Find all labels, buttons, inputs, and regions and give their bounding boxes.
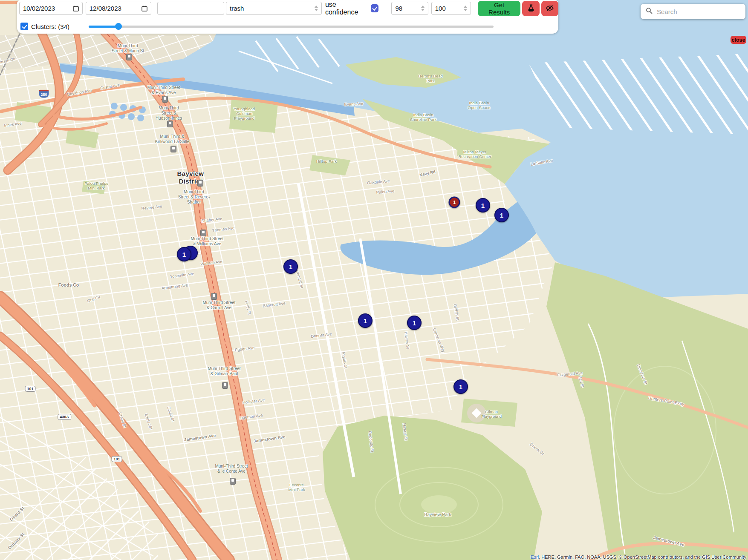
date-to-value: 12/08/2023	[90, 5, 121, 12]
use-confidence-checkbox[interactable]	[371, 4, 379, 12]
date-from-value: 10/02/2023	[23, 5, 55, 12]
search-box[interactable]: Search	[641, 4, 745, 19]
confidence-min-input[interactable]: 98	[391, 2, 428, 15]
category-select[interactable]: trash	[226, 2, 322, 15]
cluster-marker[interactable]: 1	[283, 259, 298, 274]
get-results-button[interactable]: Get Results	[478, 1, 520, 16]
clusters-checkbox[interactable]	[20, 23, 28, 30]
cluster-marker[interactable]: 1	[358, 313, 373, 328]
search-icon	[646, 7, 653, 16]
date-from-input[interactable]: 10/02/2023	[19, 2, 83, 15]
toolbar-row-clusters: Clusters: (34)	[20, 21, 553, 32]
attribution-esri-link[interactable]: Esri	[531, 554, 539, 560]
slider-thumb[interactable]	[115, 23, 122, 30]
calendar-icon[interactable]	[142, 6, 147, 11]
eye-slash-icon	[546, 4, 554, 14]
calendar-icon[interactable]	[73, 6, 79, 11]
spinner-icon[interactable]	[464, 6, 467, 11]
confidence-min-value: 98	[395, 5, 402, 12]
confidence-max-input[interactable]: 100	[431, 2, 471, 15]
cluster-marker[interactable]: 1	[177, 247, 191, 261]
cluster-marker[interactable]: 1	[494, 208, 509, 222]
confidence-max-value: 100	[435, 5, 446, 12]
hide-results-button[interactable]	[541, 1, 558, 16]
cluster-marker[interactable]: 1	[449, 197, 460, 208]
clusters-slider[interactable]	[89, 23, 494, 30]
clusters-label: Clusters: (34)	[31, 23, 69, 30]
flask-icon	[527, 4, 535, 14]
toolbar-panel: 10/02/2023 12/08/2023 trash use confiden…	[17, 0, 558, 34]
slider-fill	[89, 26, 118, 28]
basemap-tiles	[0, 0, 748, 560]
use-confidence-control: use confidence	[325, 2, 379, 15]
cluster-marker[interactable]: 1	[453, 379, 468, 394]
cluster-marker[interactable]: 1	[476, 198, 490, 213]
flask-button[interactable]	[522, 1, 539, 16]
close-button[interactable]: close	[731, 36, 746, 44]
cluster-marker[interactable]: 1	[407, 316, 422, 330]
date-to-input[interactable]: 12/08/2023	[86, 2, 152, 15]
slider-track[interactable]	[89, 26, 494, 28]
chevron-updown-icon	[315, 6, 318, 11]
map-attribution: Esri, HERE, Garmin, FAO, NOAA, USGS, © O…	[531, 554, 746, 560]
attribution-text: , HERE, Garmin, FAO, NOAA, USGS, © OpenS…	[539, 554, 746, 560]
spinner-icon[interactable]	[421, 6, 425, 11]
text-filter-input[interactable]	[157, 2, 224, 15]
toolbar-row-filters: 10/02/2023 12/08/2023 trash use confiden…	[17, 0, 558, 16]
search-placeholder: Search	[657, 8, 677, 15]
map-canvas[interactable]: Bayview DistrictMuni-Third Street & Mari…	[0, 0, 748, 560]
use-confidence-label: use confidence	[325, 1, 370, 16]
category-value: trash	[230, 5, 244, 12]
